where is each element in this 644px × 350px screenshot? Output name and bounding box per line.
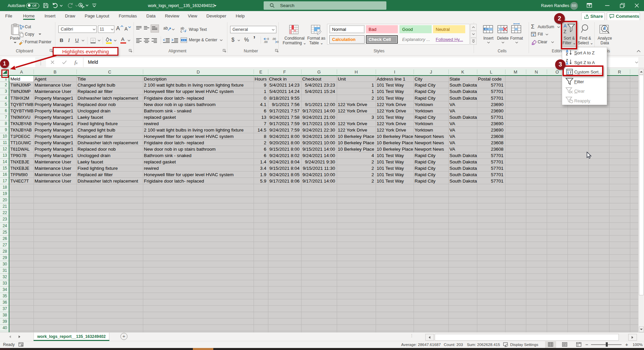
svg-text:Z: Z [566, 52, 568, 56]
svg-text:.00: .00 [264, 40, 268, 43]
svg-text:ab: ab [163, 26, 168, 31]
svg-text:A: A [566, 62, 568, 65]
svg-text:c: c [180, 30, 182, 33]
svg-text:.00: .00 [272, 37, 276, 41]
